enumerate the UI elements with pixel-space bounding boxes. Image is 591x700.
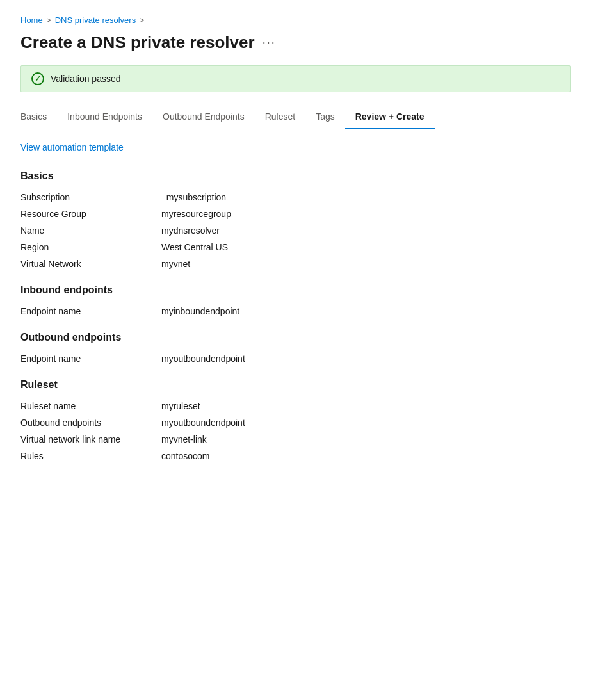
field-subscription-value: _mysubscription: [161, 192, 226, 202]
field-ruleset-name-label: Ruleset name: [20, 401, 161, 411]
view-automation-template-link[interactable]: View automation template: [20, 142, 124, 152]
tab-ruleset[interactable]: Ruleset: [255, 105, 305, 129]
page-title-row: Create a DNS private resolver ···: [20, 33, 571, 53]
tab-review-create[interactable]: Review + Create: [345, 105, 435, 129]
outbound-endpoints-section: Outbound endpoints Endpoint name myoutbo…: [20, 332, 571, 364]
field-rules-label: Rules: [20, 451, 161, 461]
field-outbound-endpoint-name-label: Endpoint name: [20, 354, 161, 364]
ruleset-section-title: Ruleset: [20, 379, 571, 391]
field-vnet-link-name-value: myvnet-link: [161, 434, 207, 444]
field-ruleset-outbound-endpoints-value: myoutboundendpoint: [161, 418, 245, 428]
tab-tags[interactable]: Tags: [305, 105, 345, 129]
field-ruleset-outbound-endpoints: Outbound endpoints myoutboundendpoint: [20, 418, 571, 428]
field-virtual-network-value: myvnet: [161, 259, 190, 269]
ruleset-section: Ruleset Ruleset name myruleset Outbound …: [20, 379, 571, 461]
field-inbound-endpoint-name: Endpoint name myinboundendpoint: [20, 306, 571, 316]
inbound-endpoints-section-title: Inbound endpoints: [20, 284, 571, 296]
validation-check-icon: [31, 72, 44, 85]
field-outbound-endpoint-name-value: myoutboundendpoint: [161, 354, 245, 364]
field-resource-group: Resource Group myresourcegroup: [20, 209, 571, 219]
field-name-label: Name: [20, 225, 161, 236]
field-region: Region West Central US: [20, 242, 571, 252]
field-subscription: Subscription _mysubscription: [20, 192, 571, 202]
validation-banner: Validation passed: [20, 65, 571, 92]
tab-bar: Basics Inbound Endpoints Outbound Endpoi…: [20, 105, 571, 129]
field-rules-value: contosocom: [161, 451, 209, 461]
field-outbound-endpoint-name: Endpoint name myoutboundendpoint: [20, 354, 571, 364]
field-virtual-network-label: Virtual Network: [20, 259, 161, 269]
field-resource-group-value: myresourcegroup: [161, 209, 231, 219]
field-region-label: Region: [20, 242, 161, 252]
more-options-icon[interactable]: ···: [263, 36, 276, 49]
outbound-endpoints-section-title: Outbound endpoints: [20, 332, 571, 343]
inbound-endpoints-section: Inbound endpoints Endpoint name myinboun…: [20, 284, 571, 316]
field-ruleset-outbound-endpoints-label: Outbound endpoints: [20, 418, 161, 428]
breadcrumb-sep1: >: [47, 16, 51, 25]
field-inbound-endpoint-name-label: Endpoint name: [20, 306, 161, 316]
tab-outbound-endpoints[interactable]: Outbound Endpoints: [152, 105, 255, 129]
tab-inbound-endpoints[interactable]: Inbound Endpoints: [57, 105, 152, 129]
breadcrumb-home[interactable]: Home: [20, 15, 43, 25]
field-name: Name mydnsresolver: [20, 225, 571, 236]
breadcrumb: Home > DNS private resolvers >: [20, 15, 571, 25]
field-vnet-link-name-label: Virtual network link name: [20, 434, 161, 444]
breadcrumb-dns-resolvers[interactable]: DNS private resolvers: [55, 15, 136, 25]
field-vnet-link-name: Virtual network link name myvnet-link: [20, 434, 571, 444]
validation-message: Validation passed: [51, 74, 120, 84]
page-title: Create a DNS private resolver: [20, 33, 255, 53]
field-resource-group-label: Resource Group: [20, 209, 161, 219]
field-rules: Rules contosocom: [20, 451, 571, 461]
field-subscription-label: Subscription: [20, 192, 161, 202]
basics-section-title: Basics: [20, 170, 571, 182]
field-virtual-network: Virtual Network myvnet: [20, 259, 571, 269]
tab-basics[interactable]: Basics: [20, 105, 57, 129]
field-name-value: mydnsresolver: [161, 225, 220, 236]
field-region-value: West Central US: [161, 242, 228, 252]
basics-section: Basics Subscription _mysubscription Reso…: [20, 170, 571, 269]
field-ruleset-name: Ruleset name myruleset: [20, 401, 571, 411]
breadcrumb-sep2: >: [140, 16, 144, 25]
field-ruleset-name-value: myruleset: [161, 401, 200, 411]
field-inbound-endpoint-name-value: myinboundendpoint: [161, 306, 239, 316]
